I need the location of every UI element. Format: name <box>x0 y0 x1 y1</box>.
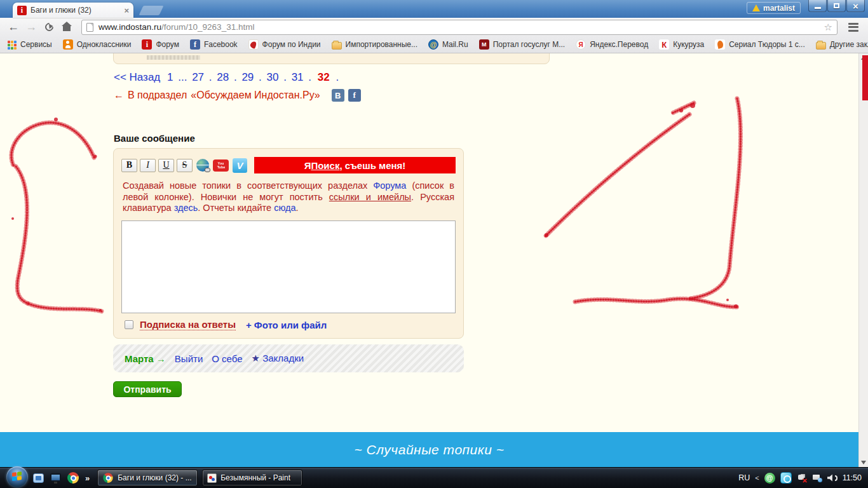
desktop-icon[interactable] <box>50 473 61 482</box>
reports-link[interactable]: сюда <box>274 203 295 213</box>
keyboard-link[interactable]: здесь <box>174 203 198 213</box>
power-error-icon[interactable] <box>797 473 807 482</box>
language-indicator[interactable]: RU <box>738 473 750 482</box>
mail-agent-icon[interactable]: @ <box>764 473 775 484</box>
network-icon[interactable] <box>812 474 822 482</box>
random-topics-footer[interactable]: ~ Случайные топики ~ <box>0 432 858 467</box>
tab-close-icon[interactable]: × <box>124 6 129 15</box>
warning-icon <box>752 4 760 11</box>
message-textarea[interactable] <box>121 220 456 313</box>
forward-button[interactable]: → <box>23 20 39 35</box>
logout-link[interactable]: Выйти <box>175 353 203 364</box>
subscribe-label[interactable]: Подписка на ответы <box>140 319 236 330</box>
url-host: www.indostan.ru <box>98 22 161 32</box>
new-tab-button[interactable] <box>139 6 164 15</box>
star-icon: ★ <box>252 353 260 363</box>
close-button[interactable]: × <box>846 0 865 12</box>
username[interactable]: Марта <box>125 353 154 364</box>
pagination-page-31[interactable]: 31 <box>292 71 304 83</box>
bookmarks-bar: Сервисы Одноклассники iФорум fFacebook Ф… <box>0 36 868 53</box>
restore-button[interactable] <box>827 0 846 12</box>
folder-icon <box>332 42 342 50</box>
bold-button[interactable]: B <box>121 159 137 172</box>
browser-tab[interactable]: i Баги и глюки (32) × <box>13 3 133 18</box>
forum-link[interactable]: Форума <box>373 180 406 191</box>
bookmark-tudors[interactable]: Сериал Тюдоры 1 с... <box>715 39 805 50</box>
facebook-share-icon[interactable]: f <box>348 89 361 102</box>
underline-button[interactable]: U <box>158 159 174 172</box>
taskbar-window-paint[interactable]: Безымянный - Paint <box>202 470 302 486</box>
right-arrow-icon: → <box>156 353 166 364</box>
bookmark-star-icon[interactable]: ☆ <box>824 22 832 33</box>
indostan-icon: i <box>142 39 152 50</box>
browser-titlebar: i Баги и глюки (32) × martalist × <box>0 0 868 18</box>
search-link[interactable]: Поиск <box>311 160 339 171</box>
vk-share-icon[interactable]: В <box>332 89 344 102</box>
show-hidden-icons[interactable]: < <box>755 474 759 482</box>
attach-file-link[interactable]: + Фото или файл <box>246 320 327 330</box>
bookmark-mailru[interactable]: @Mail.Ru <box>428 39 468 50</box>
volume-icon[interactable] <box>827 474 837 482</box>
cropped-post-remnant <box>147 55 200 60</box>
user-bar: Марта → Выйти О себе ★ Закладки <box>113 344 464 372</box>
submit-button[interactable]: Отправить <box>113 381 182 397</box>
windows-logo-icon <box>12 471 22 481</box>
subsection-line: ← В подраздел «Обсуждаем Индостан.Ру» В … <box>114 89 361 102</box>
red-paint-mark-right-edge <box>862 55 868 100</box>
message-form: B I U S YouTube V Я Поиск, съешь меня! С… <box>113 148 464 339</box>
toolbar-chevron-icon[interactable]: » <box>85 473 90 483</box>
pagination-page-29[interactable]: 29 <box>241 71 254 83</box>
back-button[interactable]: ← <box>5 20 22 35</box>
about-link[interactable]: О себе <box>212 353 242 364</box>
bookmark-services[interactable]: Сервисы <box>6 39 52 50</box>
pagination-page-28[interactable]: 28 <box>217 71 229 83</box>
apps-grid-icon <box>6 39 17 50</box>
youtube-icon[interactable]: YouTube <box>213 159 229 172</box>
explorer-icon[interactable] <box>33 473 44 483</box>
bookmark-imported[interactable]: Импортированные... <box>332 40 417 50</box>
strikethrough-button[interactable]: S <box>177 159 193 172</box>
back-icon: ← <box>8 20 19 34</box>
message-form-heading: Ваше сообщение <box>114 133 195 144</box>
insert-link-icon[interactable] <box>196 159 209 172</box>
home-button[interactable] <box>58 20 75 35</box>
scroll-down-icon[interactable] <box>861 461 866 464</box>
start-button[interactable] <box>6 466 28 487</box>
profile-button[interactable]: martalist <box>747 2 801 14</box>
odnoklassniki-icon <box>63 39 73 50</box>
vimeo-icon[interactable]: V <box>233 158 247 173</box>
moscow-portal-icon: М <box>479 39 489 50</box>
address-bar[interactable]: www.indostan.ru /forum/10_9263_31.html ☆ <box>81 20 837 35</box>
bookmark-india-forum[interactable]: Форум по Индии <box>248 39 321 50</box>
bookmark-yandex-translate[interactable]: ЯЯндекс.Перевод <box>576 39 648 50</box>
search-ad-banner[interactable]: Я Поиск, съешь меня! <box>254 157 456 173</box>
chrome-icon[interactable] <box>67 472 79 484</box>
tray-app-icon[interactable] <box>780 472 792 484</box>
mailru-icon: @ <box>428 39 438 50</box>
italic-button[interactable]: I <box>140 159 156 172</box>
bookmark-kukuruza[interactable]: ККукуруза <box>659 39 704 50</box>
forward-icon: → <box>25 20 37 34</box>
clock[interactable]: 11:50 <box>843 473 862 482</box>
bookmark-facebook[interactable]: fFacebook <box>190 39 238 50</box>
chrome-icon <box>104 473 113 482</box>
links-emails-underlined: ссылки и имейлы <box>329 192 411 202</box>
reload-button[interactable] <box>41 20 57 35</box>
bookmark-forum[interactable]: iФорум <box>142 39 179 50</box>
taskbar-window-chrome[interactable]: Баги и глюки (32) - ... <box>97 470 198 486</box>
pagination-back-link[interactable]: << Назад <box>114 71 160 83</box>
pagination-page-27[interactable]: 27 <box>192 71 204 83</box>
format-toolbar: B I U S YouTube V Я Поиск, съешь меня! <box>121 157 456 173</box>
bookmark-gosuslugi[interactable]: МПортал госуслуг М... <box>479 39 565 50</box>
pagination-page-1[interactable]: 1 <box>167 71 173 83</box>
other-bookmarks[interactable]: Другие закладки <box>816 40 868 50</box>
menu-button[interactable] <box>844 20 863 35</box>
subsection-link[interactable]: «Обсуждаем Индостан.Ру» <box>191 90 320 101</box>
minimize-button[interactable] <box>808 0 827 12</box>
subscribe-checkbox[interactable] <box>125 320 133 329</box>
bookmark-odnoklassniki[interactable]: Одноклассники <box>63 39 132 50</box>
pagination-page-30[interactable]: 30 <box>267 71 279 83</box>
bookmarks-link[interactable]: Закладки <box>262 353 304 363</box>
tab-title: Баги и глюки (32) <box>31 6 120 15</box>
scrollbar[interactable] <box>858 53 868 467</box>
